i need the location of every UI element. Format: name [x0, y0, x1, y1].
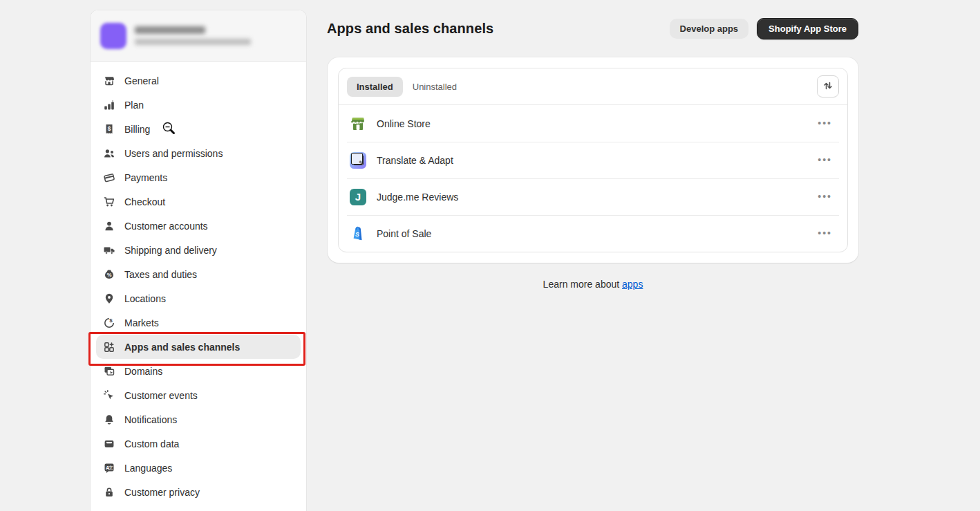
judgeme-monogram: J — [355, 191, 361, 203]
develop-apps-button[interactable]: Develop apps — [670, 19, 749, 39]
sort-button[interactable] — [817, 75, 839, 97]
ellipsis-icon: ••• — [818, 118, 832, 129]
bell-icon — [103, 414, 115, 426]
customer-events-icon — [103, 389, 115, 402]
sidebar-item-languages[interactable]: A文 Languages — [96, 456, 301, 480]
svg-text:%: % — [107, 272, 112, 278]
sidebar-item-label: Customer events — [124, 390, 198, 401]
store-header[interactable] — [91, 10, 306, 62]
languages-icon: A文 — [103, 462, 115, 474]
settings-nav: General Plan $ Billing Users and permiss… — [91, 62, 306, 504]
svg-text:文: 文 — [109, 465, 113, 470]
sidebar-item-customer-accounts[interactable]: Customer accounts — [96, 214, 301, 238]
lock-icon — [103, 486, 115, 499]
sidebar-item-label: Payments — [124, 172, 167, 183]
learn-more-prefix: Learn more about — [543, 279, 620, 290]
sidebar-item-shipping-and-delivery[interactable]: Shipping and delivery — [96, 238, 301, 262]
sidebar-item-checkout[interactable]: Checkout — [96, 189, 301, 214]
sidebar-item-users-and-permissions[interactable]: Users and permissions — [96, 141, 301, 165]
taxes-icon: % — [103, 268, 115, 281]
store-info-redacted — [135, 26, 251, 45]
sidebar-item-payments[interactable]: Payments — [96, 165, 301, 189]
row-menu-button[interactable]: ••• — [816, 157, 833, 163]
svg-text:$: $ — [109, 317, 113, 324]
sidebar-item-label: Domains — [124, 366, 162, 377]
apps-list-box: Installed Uninstalled — [338, 68, 848, 252]
store-avatar — [100, 23, 126, 49]
learn-more-text: Learn more about apps — [328, 279, 858, 290]
location-pin-icon — [103, 292, 115, 305]
sidebar-item-label: Markets — [124, 317, 159, 328]
app-name: Point of Sale — [377, 228, 431, 239]
judgeme-reviews-icon: J — [350, 189, 366, 205]
sidebar-item-label: Notifications — [124, 414, 177, 425]
sidebar-item-general[interactable]: General — [96, 68, 301, 93]
sidebar-item-locations[interactable]: Locations — [96, 286, 301, 310]
app-name: Judge.me Reviews — [377, 192, 458, 203]
ellipsis-icon: ••• — [818, 227, 832, 239]
users-icon — [103, 147, 115, 160]
sidebar-item-label: Customer privacy — [124, 487, 200, 498]
app-name: Online Store — [377, 118, 431, 129]
sidebar-item-apps-and-sales-channels[interactable]: Apps and sales channels — [96, 335, 301, 359]
sidebar-item-label: Languages — [124, 463, 172, 474]
sidebar-item-label: Shipping and delivery — [124, 245, 217, 256]
apps-card: Installed Uninstalled — [328, 57, 858, 263]
customer-accounts-icon — [103, 220, 115, 232]
apps-tabs-row: Installed Uninstalled — [339, 68, 847, 105]
svg-text:S: S — [355, 230, 359, 237]
sidebar-item-billing[interactable]: $ Billing — [96, 117, 301, 141]
checkout-cart-icon — [103, 196, 115, 208]
app-row-point-of-sale[interactable]: S Point of Sale ••• — [339, 215, 847, 252]
apps-grid-icon — [103, 341, 115, 353]
apps-link[interactable]: apps — [622, 279, 643, 290]
store-url-redacted — [135, 39, 251, 45]
app-row-online-store[interactable]: Online Store ••• — [339, 105, 847, 142]
header-actions: Develop apps Shopify App Store — [670, 18, 858, 39]
online-store-icon — [350, 115, 366, 132]
sidebar-item-label: Users and permissions — [124, 148, 223, 159]
shipping-truck-icon — [103, 244, 115, 257]
tab-uninstalled[interactable]: Uninstalled — [403, 77, 467, 97]
payments-icon — [103, 171, 115, 184]
row-menu-button[interactable]: ••• — [816, 230, 833, 236]
custom-data-icon — [103, 438, 115, 450]
sidebar-item-label: Checkout — [124, 196, 165, 207]
sidebar-item-custom-data[interactable]: Custom data — [96, 431, 301, 456]
page-header: Apps and sales channels Develop apps Sho… — [327, 17, 858, 40]
sidebar-item-markets[interactable]: $ Markets — [96, 310, 301, 335]
point-of-sale-icon: S — [350, 225, 366, 242]
storefront-icon — [103, 75, 115, 87]
sidebar-item-notifications[interactable]: Notifications — [96, 407, 301, 431]
sidebar-item-label: General — [124, 75, 159, 86]
domains-icon — [103, 365, 115, 378]
markets-globe-icon: $ — [103, 317, 115, 329]
sidebar-item-label: Taxes and duties — [124, 269, 197, 280]
sidebar-item-label: Customer accounts — [124, 221, 208, 232]
plan-icon — [103, 99, 115, 111]
tab-installed[interactable]: Installed — [347, 77, 403, 97]
sidebar-item-customer-privacy[interactable]: Customer privacy — [96, 480, 301, 504]
svg-text:$: $ — [108, 124, 111, 131]
settings-sidebar: General Plan $ Billing Users and permiss… — [90, 10, 307, 511]
app-name: Translate & Adapt — [377, 155, 453, 166]
sidebar-item-taxes-and-duties[interactable]: % Taxes and duties — [96, 262, 301, 286]
sidebar-item-label: Locations — [124, 293, 166, 304]
sidebar-item-label: Apps and sales channels — [124, 342, 240, 353]
sidebar-item-label: Custom data — [124, 438, 179, 449]
sort-arrows-icon — [822, 80, 833, 93]
shopify-app-store-button[interactable]: Shopify App Store — [757, 18, 858, 39]
translate-adapt-icon — [350, 152, 366, 169]
page-title: Apps and sales channels — [327, 21, 493, 37]
sidebar-item-plan[interactable]: Plan — [96, 93, 301, 117]
sidebar-item-label: Plan — [124, 100, 144, 111]
ellipsis-icon: ••• — [818, 191, 832, 202]
sidebar-item-domains[interactable]: Domains — [96, 359, 301, 383]
app-row-judgeme-reviews[interactable]: J Judge.me Reviews ••• — [339, 178, 847, 215]
app-row-translate-adapt[interactable]: Translate & Adapt ••• — [339, 142, 847, 178]
row-menu-button[interactable]: ••• — [816, 120, 833, 127]
store-name-redacted — [135, 26, 205, 34]
row-menu-button[interactable]: ••• — [816, 194, 833, 200]
sidebar-item-customer-events[interactable]: Customer events — [96, 383, 301, 407]
ellipsis-icon: ••• — [818, 154, 832, 165]
